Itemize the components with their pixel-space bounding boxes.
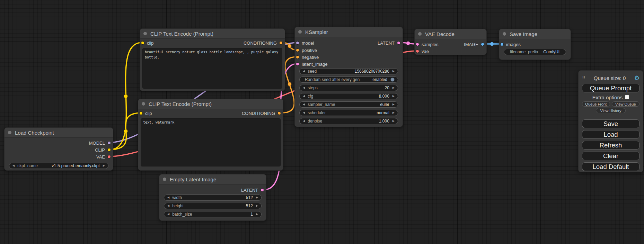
node-clip-text-encode-positive[interactable]: CLIP Text Encode (Prompt) clip CONDITION… — [140, 28, 285, 91]
width-widget[interactable]: ◀ width 512 ▶ — [164, 195, 262, 201]
clip-output-port[interactable] — [107, 148, 111, 152]
node-empty-latent-image[interactable]: Empty Latent Image LATENT ◀ width 512 ▶ … — [159, 174, 266, 221]
decrement-arrow-icon[interactable]: ◀ — [303, 87, 305, 89]
output-slot-image: IMAGE — [464, 42, 484, 47]
input-slot-model: model — [296, 40, 314, 46]
extra-options-checkbox[interactable] — [625, 95, 629, 99]
increment-arrow-icon[interactable]: ▶ — [256, 205, 258, 207]
increment-arrow-icon[interactable]: ▶ — [392, 70, 395, 73]
increment-arrow-icon[interactable]: ▶ — [392, 103, 395, 106]
seed-widget[interactable]: ◀ seed 156680208700286 ▶ — [299, 68, 398, 74]
refresh-button[interactable]: Refresh — [582, 141, 639, 150]
view-history-button[interactable]: View History — [596, 108, 626, 113]
collapse-dot-icon[interactable] — [143, 32, 147, 35]
denoise-widget[interactable]: ◀ denoise 1.000 ▶ — [299, 118, 398, 124]
input-slot-clip: clip — [139, 110, 152, 116]
widget-value: 20 — [385, 85, 389, 90]
toggle-dot-icon[interactable] — [390, 78, 395, 82]
drag-handle-icon[interactable]: ⠿ — [582, 75, 585, 81]
decrement-arrow-icon[interactable]: ◀ — [303, 120, 305, 123]
cfg-widget[interactable]: ◀ cfg 8.000 ▶ — [299, 93, 398, 99]
increment-arrow-icon[interactable]: ▶ — [392, 87, 395, 89]
clip-input-port[interactable] — [141, 41, 144, 45]
clear-button[interactable]: Clear — [582, 152, 639, 160]
collapse-dot-icon[interactable] — [142, 102, 145, 106]
steps-widget[interactable]: ◀ steps 20 ▶ — [299, 85, 398, 91]
increment-arrow-icon[interactable]: ▶ — [392, 120, 395, 123]
decrement-arrow-icon[interactable]: ◀ — [167, 213, 169, 216]
height-widget[interactable]: ◀ height 512 ▶ — [164, 203, 262, 209]
vae-output-port[interactable] — [107, 155, 111, 159]
output-slot-conditioning: CONDITIONING — [242, 110, 281, 116]
collapse-dot-icon[interactable] — [163, 178, 166, 181]
ckpt-name-widget[interactable]: ◀ ckpt_name v1-5-pruned-emaonly.ckpt ▶ — [9, 163, 108, 169]
node-title-bar[interactable]: Empty Latent Image — [159, 174, 266, 184]
widget-label: sampler_name — [308, 102, 380, 107]
node-graph-canvas[interactable]: Load Checkpoint MODEL CLIP VAE ◀ ckpt_na… — [0, 0, 644, 244]
collapse-dot-icon[interactable] — [503, 32, 506, 36]
settings-gear-icon[interactable]: ⚙ — [634, 75, 639, 81]
view-queue-button[interactable]: View Queue — [612, 101, 640, 107]
latent-output-port[interactable] — [397, 41, 400, 45]
node-clip-text-encode-negative[interactable]: CLIP Text Encode (Prompt) clip CONDITION… — [138, 99, 283, 171]
batch-size-widget[interactable]: ◀ batch_size 1 ▶ — [164, 211, 262, 217]
increment-arrow-icon[interactable]: ▶ — [256, 196, 258, 199]
node-title-bar[interactable]: Load Checkpoint — [5, 128, 113, 138]
negative-input-port[interactable] — [296, 55, 299, 59]
input-slot-latent-image: latent_image — [296, 61, 327, 67]
model-output-port[interactable] — [107, 141, 111, 145]
decrement-arrow-icon[interactable]: ◀ — [303, 70, 305, 73]
load-button[interactable]: Load — [582, 130, 639, 139]
images-input-port[interactable] — [500, 43, 504, 46]
vae-input-port[interactable] — [416, 49, 419, 53]
collapse-dot-icon[interactable] — [298, 30, 302, 34]
model-input-port[interactable] — [296, 41, 299, 45]
node-title-bar[interactable]: CLIP Text Encode (Prompt) — [140, 29, 285, 39]
increment-arrow-icon[interactable]: ▶ — [392, 95, 395, 98]
negative-prompt-textarea[interactable]: text, watermark — [141, 118, 281, 166]
node-title-bar[interactable]: KSampler — [295, 27, 403, 37]
node-ksampler[interactable]: KSampler model positive negative latent_… — [294, 27, 403, 127]
increment-arrow-icon[interactable]: ▶ — [256, 213, 258, 216]
queue-front-button[interactable]: Queue Front — [582, 101, 610, 107]
increment-arrow-icon[interactable]: ▶ — [392, 111, 395, 114]
image-output-port[interactable] — [481, 43, 484, 46]
conditioning-output-port[interactable] — [277, 111, 281, 115]
link-dot — [288, 44, 292, 48]
increment-arrow-icon[interactable]: ▶ — [103, 164, 105, 167]
node-title-bar[interactable]: Save Image — [499, 29, 571, 39]
clip-input-port[interactable] — [139, 111, 143, 115]
node-save-image[interactable]: Save Image images filename_prefix ComfyU… — [499, 29, 571, 60]
collapse-dot-icon[interactable] — [418, 32, 422, 36]
node-vae-decode[interactable]: VAE Decode samples vae IMAGE — [414, 29, 487, 55]
widget-label: Random seed after every gen — [305, 77, 372, 82]
sampler-name-widget[interactable]: ◀ sampler_name euler ▶ — [299, 101, 398, 108]
decrement-arrow-icon[interactable]: ◀ — [167, 196, 169, 199]
node-title: CLIP Text Encode (Prompt) — [149, 101, 212, 107]
decrement-arrow-icon[interactable]: ◀ — [12, 164, 15, 167]
queue-panel[interactable]: ⠿ Queue size: 0 ⚙ Queue Prompt Extra opt… — [578, 70, 643, 172]
slot-label: CONDITIONING — [244, 40, 277, 46]
node-title-bar[interactable]: VAE Decode — [415, 29, 486, 39]
widget-value: 512 — [246, 204, 253, 208]
node-title-bar[interactable]: CLIP Text Encode (Prompt) — [138, 99, 283, 109]
node-load-checkpoint[interactable]: Load Checkpoint MODEL CLIP VAE ◀ ckpt_na… — [4, 127, 113, 171]
positive-prompt-textarea[interactable]: beautiful scenery nature glass bottle la… — [142, 48, 282, 89]
conditioning-output-port[interactable] — [279, 41, 283, 45]
collapse-dot-icon[interactable] — [8, 131, 11, 134]
decrement-arrow-icon[interactable]: ◀ — [303, 103, 305, 106]
samples-input-port[interactable] — [416, 43, 419, 46]
decrement-arrow-icon[interactable]: ◀ — [303, 111, 305, 114]
filename-prefix-widget[interactable]: filename_prefix ComfyUI — [504, 49, 566, 55]
decrement-arrow-icon[interactable]: ◀ — [167, 205, 169, 207]
queue-prompt-button[interactable]: Queue Prompt — [582, 84, 639, 92]
save-button[interactable]: Save — [582, 119, 639, 128]
decrement-arrow-icon[interactable]: ◀ — [303, 95, 305, 98]
slot-label: CLIP — [95, 147, 105, 153]
latent-image-input-port[interactable] — [296, 62, 299, 66]
scheduler-widget[interactable]: ◀ scheduler normal ▶ — [299, 110, 398, 116]
random-seed-toggle-widget[interactable]: Random seed after every gen enabled — [299, 76, 398, 83]
positive-input-port[interactable] — [296, 48, 299, 52]
latent-output-port[interactable] — [261, 188, 264, 192]
load-default-button[interactable]: Load Default — [582, 162, 639, 171]
